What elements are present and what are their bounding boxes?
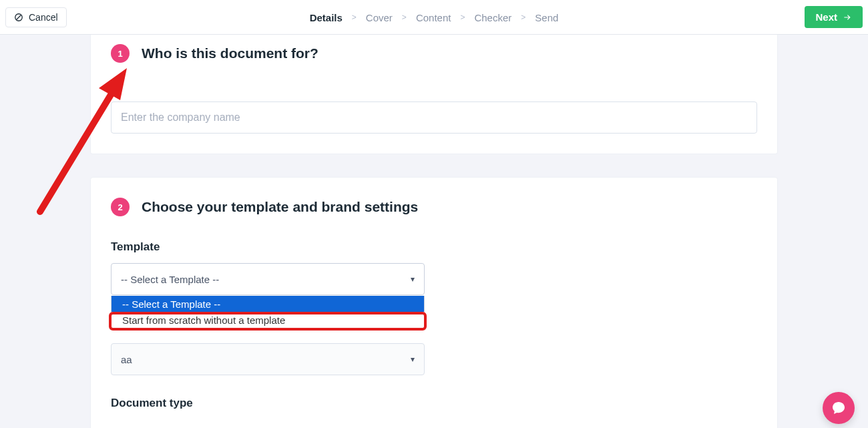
- brand-select-value: aa: [121, 354, 132, 365]
- chat-widget-button[interactable]: [823, 392, 855, 424]
- chevron-down-icon: ▾: [411, 355, 415, 364]
- template-option-scratch[interactable]: Start from scratch without a template: [112, 312, 424, 328]
- arrow-right-icon: [843, 13, 852, 22]
- section-header: 2 Choose your template and brand setting…: [111, 198, 757, 216]
- template-select[interactable]: -- Select a Template -- ▾: [111, 263, 425, 295]
- section-recipient: 1 Who is this document for?: [90, 35, 778, 154]
- template-option-placeholder[interactable]: -- Select a Template --: [112, 296, 424, 312]
- step-cover[interactable]: Cover: [366, 11, 393, 23]
- step-content[interactable]: Content: [416, 11, 451, 23]
- chevron-down-icon: ▾: [411, 274, 415, 284]
- step-separator: >: [521, 13, 525, 22]
- template-dropdown: -- Select a Template -- Start from scrat…: [111, 296, 425, 329]
- step-separator: >: [460, 13, 465, 22]
- brand-select[interactable]: aa ▾: [111, 343, 425, 375]
- next-button[interactable]: Next: [805, 6, 863, 28]
- section-template: 2 Choose your template and brand setting…: [90, 177, 778, 428]
- step-details[interactable]: Details: [310, 11, 343, 23]
- svg-line-1: [17, 15, 21, 19]
- template-select-value: -- Select a Template --: [121, 274, 219, 285]
- template-select-wrap: -- Select a Template -- ▾ -- Select a Te…: [111, 263, 425, 295]
- template-field-label: Template: [111, 240, 757, 254]
- step-send[interactable]: Send: [535, 11, 558, 23]
- step-badge-1: 1: [111, 44, 130, 63]
- step-separator: >: [402, 13, 407, 22]
- brand-select-wrap: aa ▾: [111, 343, 425, 375]
- cancel-label: Cancel: [29, 12, 58, 23]
- step-checker[interactable]: Checker: [474, 11, 511, 23]
- chat-icon: [831, 400, 847, 416]
- section-title-template: Choose your template and brand settings: [142, 199, 418, 215]
- section-header: 1 Who is this document for?: [111, 44, 757, 63]
- wizard-steps: Details > Cover > Content > Checker > Se…: [310, 11, 559, 23]
- top-bar: Cancel Details > Cover > Content > Check…: [0, 0, 868, 35]
- cancel-icon: [14, 13, 23, 22]
- page-body: 1 Who is this document for? 2 Choose you…: [0, 35, 868, 428]
- step-badge-2: 2: [111, 198, 130, 216]
- step-separator: >: [352, 13, 357, 22]
- cancel-button[interactable]: Cancel: [5, 7, 67, 27]
- next-label: Next: [815, 11, 837, 23]
- document-type-label: Document type: [111, 397, 757, 410]
- section-title-recipient: Who is this document for?: [142, 45, 318, 61]
- company-name-input[interactable]: [111, 101, 757, 134]
